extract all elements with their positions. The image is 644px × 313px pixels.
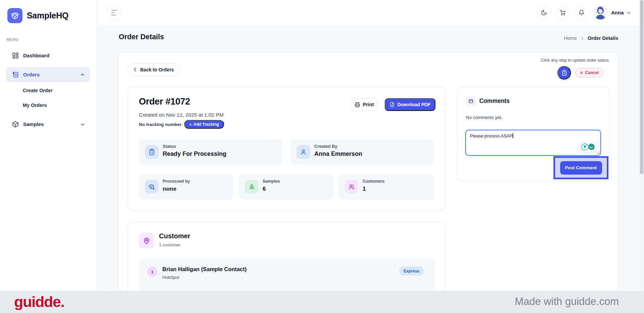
cube-icon <box>12 121 19 128</box>
chevron-left-icon <box>132 67 138 72</box>
no-comments-text: No comments yet. <box>466 115 502 120</box>
breadcrumb-home[interactable]: Home <box>564 36 577 41</box>
breadcrumb-current: Order Details <box>588 36 618 41</box>
cart-icon <box>559 9 566 16</box>
stat-label: Status <box>163 144 176 149</box>
sidebar-item-label: Dashboard <box>23 53 49 58</box>
processed-by-stat-card: Processed by none <box>139 174 233 199</box>
made-with-guidde-link[interactable]: Made with guidde.com <box>515 296 619 308</box>
customer-count: 1 customer <box>159 242 180 247</box>
download-pdf-button[interactable]: Download PDF <box>385 98 435 111</box>
breadcrumb: Home Order Details <box>564 36 618 41</box>
close-icon: ✕ <box>580 71 583 75</box>
stat-value: Ready For Processing <box>163 150 226 158</box>
main-content: Order Details Home Order Details Back to… <box>97 26 644 313</box>
sidebar-item-label: Samples <box>23 121 44 127</box>
comment-window-icon <box>466 96 476 106</box>
click-highlight-overlay: Post Comment <box>553 156 608 179</box>
customer-index-badge: 1 <box>147 267 157 277</box>
brand[interactable]: SampleHQ <box>7 8 68 23</box>
resize-handle[interactable] <box>596 151 600 154</box>
stat-value: Anna Emmerson <box>314 150 362 158</box>
writing-assistant-widget <box>579 142 598 152</box>
status-stat-card: Status Ready For Processing <box>139 139 282 165</box>
add-tracking-label: Add Tracking <box>194 122 219 127</box>
users-icon <box>345 180 358 193</box>
comment-input[interactable]: Please process ASAP <box>465 130 601 156</box>
menu-section-label: MENU <box>7 38 19 42</box>
bell-icon <box>578 9 585 16</box>
back-button-label: Back to Orders <box>140 67 174 72</box>
stat-label: Customers <box>363 179 384 184</box>
stat-label: Created By <box>314 144 337 149</box>
avatar[interactable] <box>593 5 607 19</box>
scrollbar-thumb[interactable] <box>640 0 643 174</box>
sidebar-item-dashboard[interactable]: Dashboard <box>6 48 90 63</box>
print-button[interactable]: Print <box>352 98 377 111</box>
sidebar-toggle-button[interactable] <box>107 6 121 19</box>
printer-icon <box>355 102 360 108</box>
plus-icon: + <box>189 122 192 127</box>
status-hint-text: Click any step to update order status <box>541 58 609 63</box>
samples-stat-card: Samples 6 <box>239 174 333 199</box>
chevron-down-icon <box>80 122 85 127</box>
samplehq-logo-icon <box>7 8 22 23</box>
customers-stat-card: Customers 1 <box>339 174 434 199</box>
comments-panel: Comments No comments yet. Please process… <box>458 87 609 181</box>
user-icon <box>297 145 310 159</box>
cancel-button[interactable]: ✕ Cancel <box>575 68 603 77</box>
order-number-title: Order #1072 <box>139 97 190 107</box>
back-to-orders-button[interactable]: Back to Orders <box>128 63 180 76</box>
customer-source: HubSpot <box>162 275 179 280</box>
sidebar: SampleHQ MENU Dashboard Orders <box>0 0 97 313</box>
stat-value: 1 <box>363 186 366 192</box>
customer-name: Brian Halligan (Sample Contact) <box>162 266 247 272</box>
sidebar-item-label: Orders <box>23 72 40 77</box>
app-root: SampleHQ MENU Dashboard Orders <box>0 0 644 313</box>
stat-value: 6 <box>263 186 266 192</box>
guidde-logo[interactable]: guidde. <box>14 293 64 311</box>
assistant-chat-icon[interactable] <box>587 142 596 151</box>
orders-scroll-icon <box>12 71 19 78</box>
notifications-button[interactable] <box>575 6 588 19</box>
avatar-illustration <box>593 5 607 19</box>
box-plus-icon <box>145 180 158 193</box>
customer-title: Customer <box>159 232 190 240</box>
stat-value: none <box>163 186 176 192</box>
chevron-down-icon[interactable] <box>626 10 632 16</box>
sidebar-item-create-order[interactable]: Create Order <box>23 88 53 93</box>
guidde-watermark-bar: guidde. Made with guidde.com <box>0 291 644 313</box>
shipping-badge: Express <box>399 266 424 275</box>
tracking-status-text: No tracking number <box>139 122 182 127</box>
post-comment-button[interactable]: Post Comment <box>560 161 602 175</box>
cart-button[interactable] <box>556 6 570 19</box>
file-download-icon <box>389 102 395 107</box>
order-created-date: Created on Nov 12, 2025 at 1:02 PM <box>139 112 223 118</box>
add-tracking-button[interactable]: + Add Tracking <box>184 120 224 129</box>
update-status-step-button[interactable] <box>557 66 571 79</box>
sidebar-item-my-orders[interactable]: My Orders <box>23 103 47 108</box>
created-by-stat-card: Created By Anna Emmerson <box>290 139 434 165</box>
vertical-scrollbar <box>639 0 644 313</box>
print-label: Print <box>363 102 374 107</box>
order-details-panel: Back to Orders Click any step to update … <box>118 52 618 313</box>
chevron-up-icon <box>80 72 85 77</box>
stat-label: Processed by <box>163 179 190 184</box>
sidebar-item-samples[interactable]: Samples <box>6 117 90 132</box>
user-name[interactable]: Anna <box>611 10 624 15</box>
dark-mode-button[interactable] <box>537 6 551 19</box>
chevron-right-icon <box>580 36 585 41</box>
clipboard-icon <box>561 70 568 76</box>
text-caret <box>513 133 513 138</box>
brand-name: SampleHQ <box>27 11 68 20</box>
page-title: Order Details <box>119 33 164 41</box>
download-pdf-label: Download PDF <box>397 102 431 107</box>
map-pin-icon <box>139 233 154 248</box>
cancel-label: Cancel <box>585 70 599 75</box>
sidebar-item-orders[interactable]: Orders <box>6 67 90 82</box>
comments-title: Comments <box>479 98 509 105</box>
stat-label: Samples <box>263 179 280 184</box>
moon-icon <box>541 9 547 16</box>
clipboard-icon <box>145 145 159 159</box>
dashboard-grid-icon <box>12 52 19 59</box>
